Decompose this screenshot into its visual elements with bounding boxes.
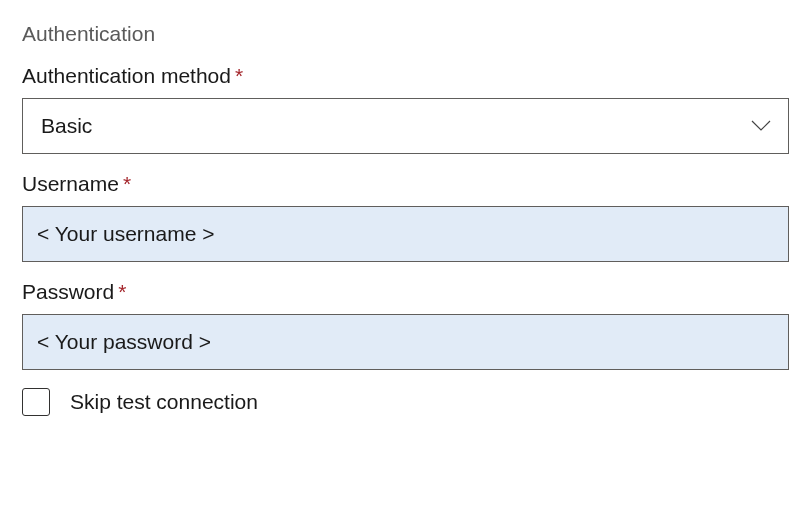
auth-method-label: Authentication method* [22, 64, 789, 88]
section-heading: Authentication [22, 22, 789, 46]
username-field: Username* [22, 172, 789, 262]
password-field: Password* [22, 280, 789, 370]
auth-method-select-wrapper: Basic [22, 98, 789, 154]
auth-method-value: Basic [41, 114, 92, 138]
username-input[interactable] [22, 206, 789, 262]
auth-method-select[interactable]: Basic [22, 98, 789, 154]
username-label-text: Username [22, 172, 119, 195]
skip-test-label: Skip test connection [70, 390, 258, 414]
password-input[interactable] [22, 314, 789, 370]
skip-test-row: Skip test connection [22, 388, 789, 416]
skip-test-checkbox[interactable] [22, 388, 50, 416]
auth-method-label-text: Authentication method [22, 64, 231, 87]
password-label: Password* [22, 280, 789, 304]
required-marker: * [118, 280, 126, 303]
username-label: Username* [22, 172, 789, 196]
password-label-text: Password [22, 280, 114, 303]
required-marker: * [235, 64, 243, 87]
auth-method-field: Authentication method* Basic [22, 64, 789, 154]
required-marker: * [123, 172, 131, 195]
